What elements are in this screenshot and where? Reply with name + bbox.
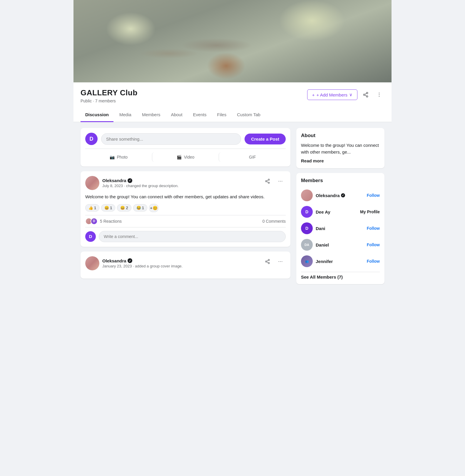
svg-point-15	[282, 181, 282, 182]
svg-line-12	[267, 180, 268, 181]
post-card-1: Oleksandra ✓ July 8, 2023 · changed the …	[81, 171, 290, 247]
reaction-grin[interactable]: 😄 1	[101, 204, 115, 212]
member-action-daniel[interactable]: Follow	[367, 242, 380, 247]
member-avatar-daniel: DA	[301, 239, 313, 251]
group-visibility: Public	[81, 99, 92, 103]
group-meta: Public · 7 members	[81, 99, 138, 103]
about-card: About Welcome to the group! You can conn…	[296, 128, 384, 168]
member-action-oleksandra[interactable]: Follow	[367, 193, 380, 198]
author-avatar	[85, 176, 99, 190]
gif-label: GIF	[249, 155, 256, 159]
composer-actions: 📷 Photo 🎬 Video GIF	[85, 149, 286, 162]
comment-input[interactable]	[99, 231, 286, 242]
member-action-dani[interactable]: Follow	[367, 226, 380, 231]
member-item-jennifer: 👥 Jennifer Follow	[301, 253, 380, 269]
tab-files[interactable]: Files	[212, 108, 231, 122]
add-members-label: + Add Members	[317, 92, 347, 97]
member-name-oleksandra: Oleksandra ✓	[316, 193, 364, 198]
composer-top: D Create a Post	[85, 133, 286, 145]
share-post-button[interactable]	[262, 176, 273, 187]
member-avatar-dani: D	[301, 222, 313, 234]
post2-author-info: Oleksandra ✓ January 23, 2023 · added a …	[102, 258, 183, 268]
read-more-link[interactable]: Read more	[301, 158, 324, 163]
svg-line-4	[365, 93, 367, 94]
member-action-jennifer[interactable]: Follow	[367, 259, 380, 264]
svg-point-13	[279, 181, 279, 182]
group-title-section: GALLERY Club Public · 7 members	[81, 88, 138, 103]
reaction-smile[interactable]: 😀 2	[117, 204, 131, 212]
member-avatar-oleksandra	[301, 189, 313, 201]
chevron-down-icon: ∨	[349, 92, 352, 97]
post2-author-name: Oleksandra ✓	[102, 258, 183, 263]
comments-count: 0 Comments	[262, 219, 286, 224]
nav-tabs: Discussion Media Members About Events Fi…	[73, 108, 392, 122]
video-icon: 🎬	[177, 155, 182, 159]
left-column: D Create a Post 📷 Photo 🎬 Video GIF	[81, 128, 290, 284]
more-post-button[interactable]	[275, 176, 286, 187]
about-title: About	[301, 133, 380, 139]
tab-events[interactable]: Events	[188, 108, 211, 122]
add-members-button[interactable]: + + Add Members ∨	[307, 89, 357, 100]
member-verified-icon: ✓	[341, 193, 345, 197]
post-author-info: Oleksandra ✓ July 8, 2023 · changed the …	[102, 178, 178, 188]
tab-custom-tab[interactable]: Custom Tab	[232, 108, 265, 122]
tab-members[interactable]: Members	[137, 108, 165, 122]
gif-action-button[interactable]: GIF	[219, 152, 286, 162]
post-header: Oleksandra ✓ July 8, 2023 · changed the …	[85, 176, 286, 190]
add-reaction-button[interactable]: +😊	[149, 204, 158, 212]
member-name-dani: Dani	[316, 226, 364, 231]
reactions-avatars: D	[85, 218, 98, 225]
cover-image	[73, 0, 392, 82]
share-button[interactable]	[360, 89, 371, 100]
member-item-dani: D Dani Follow	[301, 220, 380, 237]
user-avatar: D	[85, 133, 98, 145]
share-post2-button[interactable]	[262, 256, 273, 267]
member-item-daniel: DA Daniel Follow	[301, 237, 380, 253]
group-header: GALLERY Club Public · 7 members + + Add …	[73, 82, 392, 103]
tab-media[interactable]: Media	[115, 108, 136, 122]
svg-point-6	[379, 94, 380, 95]
member-item-oleksandra: Oleksandra ✓ Follow	[301, 187, 380, 204]
video-label: Video	[184, 155, 195, 159]
post-body: Welcome to the group! You can connect wi…	[85, 194, 286, 200]
post2-date: January 23, 2023	[102, 264, 132, 268]
member-name-dee-ay: Dee Ay	[316, 209, 357, 214]
reactions-row: 👍 1 😄 1 😀 2 😂 1 +😊	[85, 204, 286, 212]
svg-line-3	[365, 95, 367, 96]
member-name-daniel: Daniel	[316, 242, 364, 247]
photo-label: Photo	[117, 155, 128, 159]
svg-point-5	[379, 93, 380, 94]
group-member-count: 7 members	[95, 99, 116, 103]
member-action-dee-ay[interactable]: My Profile	[360, 209, 380, 214]
svg-point-21	[279, 261, 279, 262]
right-column: About Welcome to the group! You can conn…	[296, 128, 384, 284]
svg-line-11	[267, 182, 268, 182]
reaction-laugh[interactable]: 😂 1	[133, 204, 147, 212]
photo-action-button[interactable]: 📷 Photo	[85, 152, 152, 162]
main-content: D Create a Post 📷 Photo 🎬 Video GIF	[73, 122, 392, 290]
create-post-button[interactable]: Create a Post	[245, 134, 286, 144]
verified-icon: ✓	[128, 178, 132, 183]
more-options-button[interactable]	[374, 89, 384, 100]
member-name-jennifer: Jennifer	[316, 259, 364, 264]
member-item-dee-ay: D Dee Ay My Profile	[301, 204, 380, 220]
member-avatar-jennifer: 👥	[301, 255, 313, 267]
post2-header-actions	[262, 256, 286, 267]
reaction-thumbsup[interactable]: 👍 1	[85, 204, 99, 212]
post-stats: D 5 Reactions 0 Comments	[85, 215, 286, 227]
members-title: Members	[301, 178, 380, 184]
reactions-total: 5 Reactions	[100, 219, 122, 224]
composer-input[interactable]	[101, 133, 241, 145]
add-icon: +	[312, 92, 315, 97]
member-avatar-dee-ay: D	[301, 206, 313, 218]
reaction-avatar-2: D	[91, 218, 98, 225]
tab-discussion[interactable]: Discussion	[81, 108, 113, 122]
svg-point-22	[280, 261, 281, 262]
commenter-avatar: D	[85, 231, 96, 242]
more-post2-button[interactable]	[275, 256, 286, 267]
tab-about[interactable]: About	[166, 108, 187, 122]
video-action-button[interactable]: 🎬 Video	[152, 152, 219, 162]
members-card: Members Oleksandra ✓ Follow D	[296, 173, 384, 284]
group-actions: + + Add Members ∨	[307, 89, 384, 100]
see-all-members-link[interactable]: See All Members (7)	[301, 272, 380, 279]
